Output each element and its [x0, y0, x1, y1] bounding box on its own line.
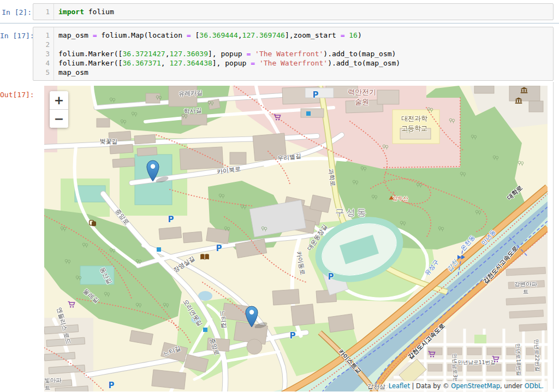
folium-map[interactable]: 유레카길학사길벚꽃길카이북로우리별길과학로구성동성두산대운동장길카이동로중앙로중…: [44, 86, 548, 391]
code-text[interactable]: map_osm = folium.Map(location = [36.3694…: [54, 27, 405, 80]
map-tiles: [44, 86, 548, 391]
output-prompt: Out[17]:: [0, 86, 32, 391]
zoom-in-button[interactable]: +: [50, 91, 68, 110]
odbl-link[interactable]: ODbL.: [525, 382, 544, 390]
line-numbers: 12345: [33, 27, 54, 80]
attribution-text: | Data by ©: [410, 382, 451, 390]
line-numbers: 1: [33, 4, 54, 20]
attribution-text: , under: [500, 382, 525, 390]
map-marker-pin[interactable]: [244, 305, 269, 328]
zoom-out-button[interactable]: −: [50, 110, 68, 128]
code-cell-2: In [17]: 12345 map_osm = folium.Map(loca…: [0, 27, 559, 81]
code-editor[interactable]: 1 import folium: [33, 3, 554, 20]
notebook: In [2]: 1 import folium In [17]: 12345 m…: [0, 0, 559, 391]
map-marker-pin[interactable]: [145, 159, 170, 182]
input-prompt: In [2]:: [0, 3, 32, 16]
zoom-control: + −: [50, 91, 68, 128]
leaflet-link[interactable]: Leaflet: [389, 382, 410, 390]
openstreetmap-link[interactable]: OpenStreetMap: [451, 382, 500, 390]
code-editor[interactable]: 12345 map_osm = folium.Map(location = [3…: [33, 27, 554, 81]
map-attribution: Leaflet | Data by © OpenStreetMap, under…: [385, 381, 547, 391]
output-cell-border: [553, 82, 554, 389]
input-prompt: In [17]:: [0, 27, 32, 40]
code-cell-1: In [2]: 1 import folium: [0, 3, 559, 20]
cell-divider: [0, 23, 559, 23]
code-text[interactable]: import folium: [54, 4, 118, 20]
output-area: Out[17]:: [0, 86, 559, 391]
